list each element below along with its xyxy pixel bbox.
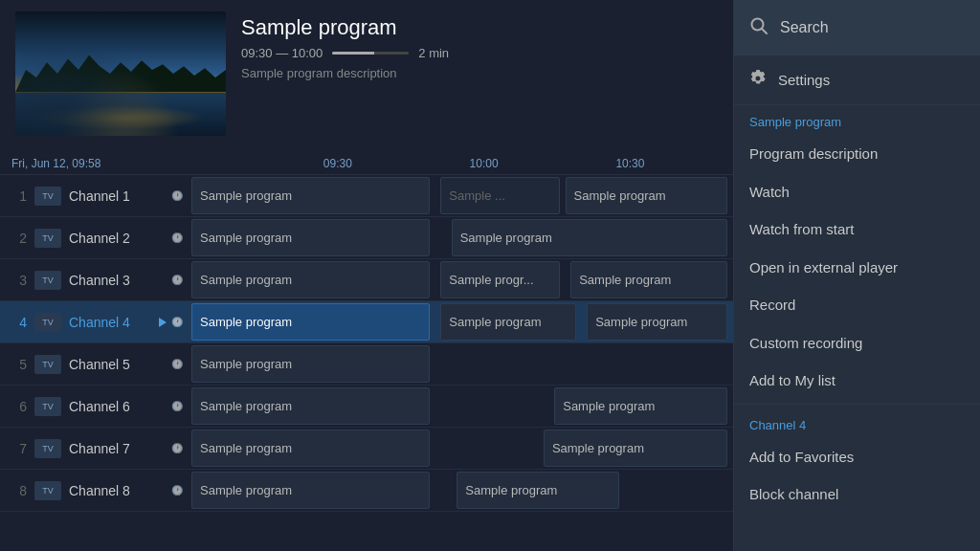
program-cell[interactable]: Sample program (457, 472, 619, 509)
programs-area-active: Sample program Sample program Sample pro… (191, 301, 733, 342)
current-time-label: Fri, Jun 12, 09:58 (0, 157, 191, 170)
clock-icon: 🕐 (170, 231, 184, 245)
channel-cell[interactable]: 7 TV Channel 7 🕐 (0, 428, 191, 469)
epg-rows: 1 TV Channel 1 🕐 Sample program Sample .… (0, 175, 733, 551)
time-label-1030: 10:30 (615, 157, 644, 170)
sidebar-item-watch[interactable]: Watch (734, 173, 980, 211)
channel-section-header: Channel 4 (734, 408, 980, 438)
play-icon (159, 318, 167, 327)
clock-icon: 🕐 (170, 358, 184, 371)
channel-cell[interactable]: 2 TV Channel 2 🕐 (0, 217, 191, 258)
program-cell[interactable]: Sample program (566, 177, 728, 214)
programs-area: Sample program Sample program (191, 386, 733, 427)
preview-section: Sample program 09:30 — 10:00 2 min Sampl… (0, 0, 733, 153)
clock-icon: 🕐 (170, 316, 184, 329)
settings-label: Settings (778, 72, 830, 88)
channel-icons-right: 🕐 (170, 274, 184, 287)
sidebar-item-open-external[interactable]: Open in external player (734, 249, 980, 287)
program-title: Sample program (241, 15, 449, 40)
channel-icons-right: 🕐 (170, 484, 184, 497)
row-number: 7 (8, 441, 27, 456)
gear-icon (749, 70, 767, 91)
search-button[interactable]: Search (734, 0, 980, 55)
program-cell[interactable]: Sample program (191, 387, 430, 425)
sidebar-item-record[interactable]: Record (734, 286, 980, 324)
programs-area: Sample program (191, 343, 733, 385)
main-area: Sample program 09:30 — 10:00 2 min Sampl… (0, 0, 733, 551)
row-number: 4 (8, 315, 27, 330)
channel-icon: TV (34, 397, 61, 416)
sidebar-item-add-to-my-list[interactable]: Add to My list (734, 362, 980, 400)
program-cell[interactable]: Sample program (440, 303, 576, 341)
program-cell[interactable]: Sample program (191, 219, 430, 256)
sidebar-item-program-description[interactable]: Program description (734, 135, 980, 173)
sidebar-item-block-channel[interactable]: Block channel (734, 475, 980, 514)
channel-icon: TV (34, 481, 61, 500)
channel-cell[interactable]: 3 TV Channel 3 🕐 (0, 259, 191, 300)
epg-row: 7 TV Channel 7 🕐 Sample program Sample p… (0, 428, 733, 470)
channel-cell[interactable]: 6 TV Channel 6 🕐 (0, 386, 191, 427)
channel-icons-right: 🕐 (170, 400, 184, 413)
clock-icon: 🕐 (170, 442, 184, 455)
time-label-930: 09:30 (323, 157, 352, 170)
programs-area: Sample program Sample program (191, 217, 733, 258)
channel-icon: TV (34, 313, 61, 332)
program-cell[interactable]: Sample program (191, 177, 430, 214)
program-cell[interactable]: Sample program (191, 345, 430, 383)
clock-icon: 🕐 (170, 189, 184, 203)
program-cell[interactable]: Sample program (191, 430, 430, 467)
channel-name: Channel 2 (69, 231, 163, 246)
channel-name: Channel 6 (69, 399, 163, 414)
channel-name-active: Channel 4 (69, 315, 151, 330)
clock-icon: 🕐 (170, 400, 184, 413)
time-range: 09:30 — 10:00 (241, 46, 323, 60)
channel-cell[interactable]: 1 TV Channel 1 🕐 (0, 175, 191, 216)
programs-area: Sample program Sample program (191, 428, 733, 469)
clock-icon: 🕐 (170, 274, 184, 287)
channel-icons-right: 🕐 (159, 316, 184, 329)
epg-row: 8 TV Channel 8 🕐 Sample program Sample p… (0, 470, 733, 512)
program-cell[interactable]: Sample program (570, 261, 727, 298)
svg-line-1 (762, 29, 767, 33)
channel-name: Channel 8 (69, 483, 163, 498)
row-number: 3 (8, 273, 27, 288)
settings-button[interactable]: Settings (734, 55, 980, 105)
channel-icons-right: 🕐 (170, 442, 184, 455)
program-cell[interactable]: Sample program (191, 261, 430, 298)
channel-cell[interactable]: 8 TV Channel 8 🕐 (0, 470, 191, 511)
epg-row-active: 4 TV Channel 4 🕐 Sample program Sample p… (0, 301, 733, 343)
channel-name: Channel 3 (69, 273, 163, 288)
channel-name: Channel 5 (69, 357, 163, 372)
program-cell[interactable]: Sample ... (440, 177, 560, 214)
program-cell[interactable]: Sample progr... (440, 261, 560, 298)
sidebar-divider (734, 404, 980, 405)
channel-icon: TV (34, 355, 61, 374)
time-label-1000: 10:00 (470, 157, 499, 170)
program-cell[interactable]: Sample program (191, 472, 430, 509)
programs-area: Sample program Sample ... Sample program (191, 175, 733, 216)
program-cell[interactable]: Sample program (587, 303, 727, 341)
epg-section: Fri, Jun 12, 09:58 09:30 10:00 10:30 1 T… (0, 153, 733, 551)
sidebar-item-watch-from-start[interactable]: Watch from start (734, 210, 980, 249)
program-info: Sample program 09:30 — 10:00 2 min Sampl… (241, 11, 449, 142)
search-icon (749, 16, 768, 40)
program-cell[interactable]: Sample program (452, 219, 728, 256)
time-labels: 09:30 10:00 10:30 (191, 157, 733, 170)
channel-icons-right: 🕐 (170, 231, 184, 245)
channel-cell[interactable]: 5 TV Channel 5 🕐 (0, 343, 191, 385)
program-time: 09:30 — 10:00 2 min (241, 46, 449, 60)
sidebar-item-add-to-favorites[interactable]: Add to Favorites (734, 438, 980, 476)
channel-icon: TV (34, 271, 61, 290)
channel-icon: TV (34, 229, 61, 248)
channel-name: Channel 7 (69, 441, 163, 456)
row-number: 5 (8, 357, 27, 372)
sidebar-item-custom-recording[interactable]: Custom recording (734, 324, 980, 363)
epg-row: 5 TV Channel 5 🕐 Sample program (0, 343, 733, 386)
program-cell[interactable]: Sample program (554, 387, 727, 425)
program-cell-selected[interactable]: Sample program (191, 303, 430, 341)
channel-cell-active[interactable]: 4 TV Channel 4 🕐 (0, 301, 191, 342)
epg-row: 3 TV Channel 3 🕐 Sample program Sample p… (0, 259, 733, 301)
search-label: Search (780, 19, 829, 36)
program-cell[interactable]: Sample program (544, 430, 727, 467)
clock-icon: 🕐 (170, 484, 184, 497)
